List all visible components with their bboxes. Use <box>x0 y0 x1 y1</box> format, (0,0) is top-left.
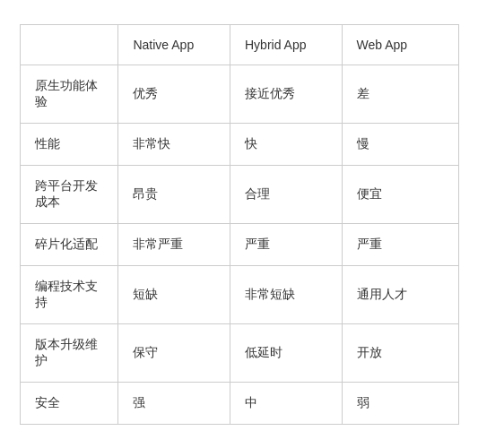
cell-feature: 编程技术支持 <box>21 265 118 323</box>
cell-native: 昂贵 <box>118 165 230 223</box>
header-hybrid: Hybrid App <box>230 25 343 65</box>
cell-native: 非常严重 <box>118 223 230 265</box>
cell-feature: 原生功能体验 <box>21 65 118 123</box>
header-feature <box>21 25 118 65</box>
cell-web: 弱 <box>342 382 457 424</box>
table-row: 原生功能体验优秀接近优秀差 <box>21 65 458 123</box>
table-row: 跨平台开发成本昂贵合理便宜 <box>21 165 458 223</box>
table-row: 版本升级维护保守低延时开放 <box>21 323 458 382</box>
cell-web: 开放 <box>342 323 457 382</box>
header-web: Web App <box>342 25 457 65</box>
comparison-table: Native App Hybrid App Web App 原生功能体验优秀接近… <box>20 24 459 425</box>
cell-native: 保守 <box>118 323 230 382</box>
cell-hybrid: 严重 <box>230 223 343 265</box>
cell-web: 通用人才 <box>342 265 457 323</box>
cell-hybrid: 低延时 <box>230 323 343 382</box>
cell-web: 严重 <box>342 223 457 265</box>
cell-hybrid: 接近优秀 <box>230 65 343 123</box>
table-row: 性能非常快快慢 <box>21 123 458 165</box>
cell-web: 差 <box>342 65 457 123</box>
cell-feature: 版本升级维护 <box>21 323 118 382</box>
cell-hybrid: 合理 <box>230 165 343 223</box>
header-native: Native App <box>118 25 230 65</box>
cell-native: 非常快 <box>118 123 230 165</box>
cell-web: 便宜 <box>342 165 457 223</box>
cell-hybrid: 非常短缺 <box>230 265 343 323</box>
cell-feature: 性能 <box>21 123 118 165</box>
cell-feature: 安全 <box>21 382 118 424</box>
cell-hybrid: 中 <box>230 382 343 424</box>
cell-native: 短缺 <box>118 265 230 323</box>
cell-web: 慢 <box>342 123 457 165</box>
table-row: 碎片化适配非常严重严重严重 <box>21 223 458 265</box>
cell-hybrid: 快 <box>230 123 343 165</box>
cell-feature: 跨平台开发成本 <box>21 165 118 223</box>
cell-native: 强 <box>118 382 230 424</box>
table-row: 编程技术支持短缺非常短缺通用人才 <box>21 265 458 323</box>
cell-native: 优秀 <box>118 65 230 123</box>
table-row: 安全强中弱 <box>21 382 458 424</box>
cell-feature: 碎片化适配 <box>21 223 118 265</box>
